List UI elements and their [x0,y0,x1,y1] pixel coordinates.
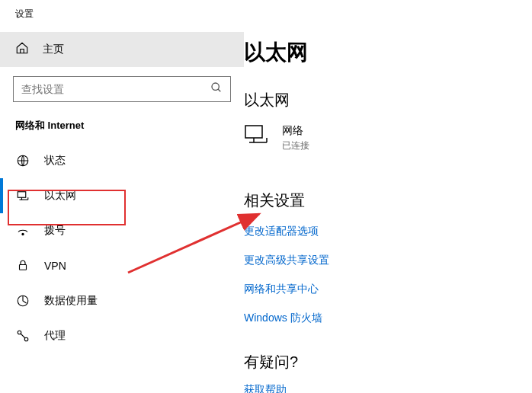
category-label: 网络和 Internet [0,119,244,143]
question-title: 有疑问? [244,352,532,372]
link-firewall[interactable]: Windows 防火墙 [244,312,532,325]
svg-point-0 [212,83,219,90]
page-title: 以太网 [244,38,532,67]
vpn-icon [15,259,30,273]
section-title: 以太网 [244,90,532,110]
sidebar-item-label: 代理 [44,329,66,343]
svg-point-7 [22,233,24,235]
related-settings-title: 相关设置 [244,190,532,211]
search-field[interactable] [21,83,210,95]
search-icon [210,81,223,97]
home-button[interactable]: 主页 [0,32,244,67]
svg-line-1 [218,89,220,91]
network-status[interactable]: 网络 已连接 [244,124,532,152]
proxy-icon [15,329,30,343]
sidebar-item-proxy[interactable]: 代理 [0,318,244,353]
sidebar-item-vpn[interactable]: VPN [0,248,244,283]
sidebar-item-label: 拨号 [44,224,66,238]
monitor-icon [244,124,268,149]
network-status-text: 已连接 [282,139,309,152]
sidebar-item-ethernet[interactable]: 以太网 [0,178,244,213]
window-title: 设置 [0,0,244,32]
svg-rect-13 [245,126,262,138]
main-content: 以太网 以太网 网络 已连接 相关设置 更改适配器选项 更改高级共享设置 网络和… [244,0,532,393]
ethernet-icon [15,189,30,203]
sidebar-item-label: 数据使用量 [44,294,98,308]
sidebar-item-label: VPN [44,260,66,272]
sidebar-item-datausage[interactable]: 数据使用量 [0,283,244,318]
svg-rect-3 [18,192,26,198]
sidebar-item-label: 状态 [44,154,66,168]
svg-line-12 [21,334,25,338]
home-icon [15,41,29,58]
search-input[interactable] [13,76,231,102]
sidebar-item-dialup[interactable]: 拨号 [0,213,244,248]
sidebar: 设置 主页 网络和 Internet 状态 [0,0,244,393]
dialup-icon [15,224,30,238]
network-name: 网络 [282,124,309,138]
link-get-help[interactable]: 获取帮助 [244,383,532,393]
link-adapter-options[interactable]: 更改适配器选项 [244,225,532,238]
status-icon [15,154,30,168]
svg-rect-8 [20,265,27,270]
link-network-center[interactable]: 网络和共享中心 [244,283,532,296]
datausage-icon [15,294,30,308]
sidebar-item-status[interactable]: 状态 [0,143,244,178]
sidebar-item-label: 以太网 [44,189,76,203]
link-sharing-settings[interactable]: 更改高级共享设置 [244,254,532,267]
home-label: 主页 [43,43,64,56]
